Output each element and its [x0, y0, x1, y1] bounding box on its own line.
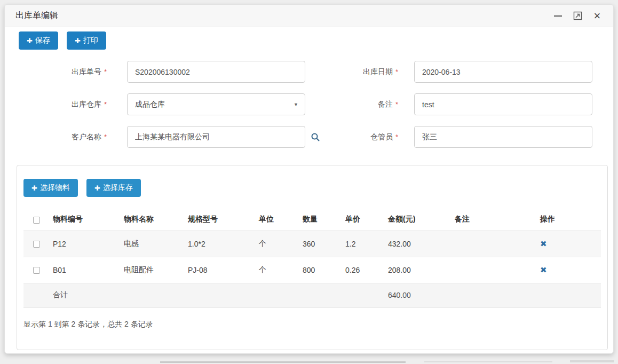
cell-spec: PJ-08 [188, 257, 259, 283]
required-marker: * [104, 100, 107, 108]
maximize-button[interactable] [572, 11, 583, 21]
total-amount: 640.00 [388, 283, 455, 307]
column-header-qty: 数量 [303, 208, 345, 231]
storekeeper-input[interactable] [414, 126, 592, 148]
cell-code: B01 [53, 257, 124, 283]
plus-icon: ✚ [27, 37, 33, 44]
total-row: 合计 640.00 [23, 283, 601, 307]
column-header-name: 物料名称 [124, 208, 188, 231]
column-header-unit: 单位 [259, 208, 303, 231]
order-date-input[interactable] [414, 61, 592, 83]
delete-row-icon[interactable]: ✖ [540, 239, 547, 248]
select-all-checkbox[interactable] [33, 217, 40, 224]
close-icon: × [594, 10, 601, 22]
items-table: 物料编号 物料名称 规格型号 单位 数量 单价 金额(元) 备注 操作 P12 … [23, 208, 601, 308]
cell-remark [455, 231, 540, 257]
field-label-warehouse: 出库仓库 * [21, 93, 127, 115]
plus-icon: ✚ [75, 37, 81, 44]
window-controls: × [552, 11, 603, 21]
column-header-price: 单价 [345, 208, 388, 231]
customer-search-button[interactable] [311, 132, 320, 142]
table-row: P12 电感 1.0*2 个 360 1.2 432.00 ✖ [23, 231, 601, 257]
total-label: 合计 [53, 283, 124, 307]
row-checkbox[interactable] [33, 241, 40, 248]
cell-price: 0.26 [345, 257, 388, 283]
required-marker: * [395, 68, 398, 76]
save-button[interactable]: ✚ 保存 [19, 31, 58, 50]
customer-name-input[interactable] [127, 126, 305, 148]
background-content-behind-modal [424, 361, 552, 362]
column-header-action: 操作 [540, 208, 601, 231]
column-header-remark: 备注 [455, 208, 540, 231]
cell-amount: 432.00 [388, 231, 455, 257]
cell-unit: 个 [259, 231, 303, 257]
background-content-behind-modal [160, 361, 406, 363]
maximize-icon [573, 11, 582, 20]
save-button-label: 保存 [35, 36, 50, 45]
field-label-order-date: 出库日期 * [305, 61, 414, 83]
column-header-amount: 金额(元) [388, 208, 455, 231]
warehouse-select-value: 成品仓库 [135, 100, 165, 109]
required-marker: * [395, 133, 398, 141]
warehouse-select[interactable]: 成品仓库 [127, 93, 305, 115]
field-label-remark: 备注 * [305, 93, 414, 115]
pagination-summary: 显示第 1 到第 2 条记录，总共 2 条记录 [23, 320, 601, 329]
search-icon [311, 132, 320, 142]
cell-unit: 个 [259, 257, 303, 283]
dialog-toolbar: ✚ 保存 ✚ 打印 [19, 31, 613, 50]
background-content-behind-modal [570, 360, 614, 362]
select-material-label: 选择物料 [40, 183, 70, 193]
cell-remark [455, 257, 540, 283]
plus-icon: ✚ [94, 185, 100, 192]
field-label-order-no: 出库单号 * [21, 61, 127, 83]
order-form: 出库单号 * 出库日期 * 出库仓库 * 成品仓库 ▼ 备注 * [21, 61, 592, 148]
print-button-label: 打印 [83, 36, 98, 45]
table-header-row: 物料编号 物料名称 规格型号 单位 数量 单价 金额(元) 备注 操作 [23, 208, 601, 231]
items-panel: ✚ 选择物料 ✚ 选择库存 物料编号 物料名称 规格型号 单位 [17, 165, 608, 350]
dialog-header: 出库单编辑 × [5, 5, 613, 27]
cell-code: P12 [53, 231, 124, 257]
cell-price: 1.2 [345, 231, 388, 257]
minimize-button[interactable] [552, 11, 563, 21]
items-toolbar: ✚ 选择物料 ✚ 选择库存 [23, 179, 601, 197]
cell-spec: 1.0*2 [188, 231, 259, 257]
field-label-customer: 客户名称 * [21, 126, 127, 148]
column-header-code: 物料编号 [53, 208, 124, 231]
remark-input[interactable] [414, 93, 592, 115]
delete-row-icon[interactable]: ✖ [540, 265, 547, 274]
select-stock-button[interactable]: ✚ 选择库存 [86, 179, 141, 197]
cell-amount: 208.00 [388, 257, 455, 283]
dialog-title: 出库单编辑 [15, 10, 58, 21]
required-marker: * [104, 68, 107, 76]
row-checkbox[interactable] [33, 267, 40, 274]
cell-qty: 800 [303, 257, 345, 283]
cell-name: 电感 [124, 231, 188, 257]
field-label-storekeeper: 仓管员 * [305, 126, 414, 148]
table-row: B01 电阻配件 PJ-08 个 800 0.26 208.00 ✖ [23, 257, 601, 283]
outbound-order-edit-dialog: 出库单编辑 × ✚ 保存 ✚ 打印 [4, 4, 614, 354]
select-material-button[interactable]: ✚ 选择物料 [23, 179, 78, 197]
close-button[interactable]: × [592, 11, 603, 21]
print-button[interactable]: ✚ 打印 [67, 31, 106, 50]
cell-qty: 360 [303, 231, 345, 257]
cell-name: 电阻配件 [124, 257, 188, 283]
minimize-icon [554, 15, 562, 17]
required-marker: * [104, 133, 107, 141]
column-header-spec: 规格型号 [188, 208, 259, 231]
order-no-input[interactable] [127, 61, 305, 83]
plus-icon: ✚ [31, 185, 37, 192]
select-stock-label: 选择库存 [103, 183, 133, 193]
chevron-down-icon: ▼ [294, 102, 298, 107]
required-marker: * [395, 100, 398, 108]
